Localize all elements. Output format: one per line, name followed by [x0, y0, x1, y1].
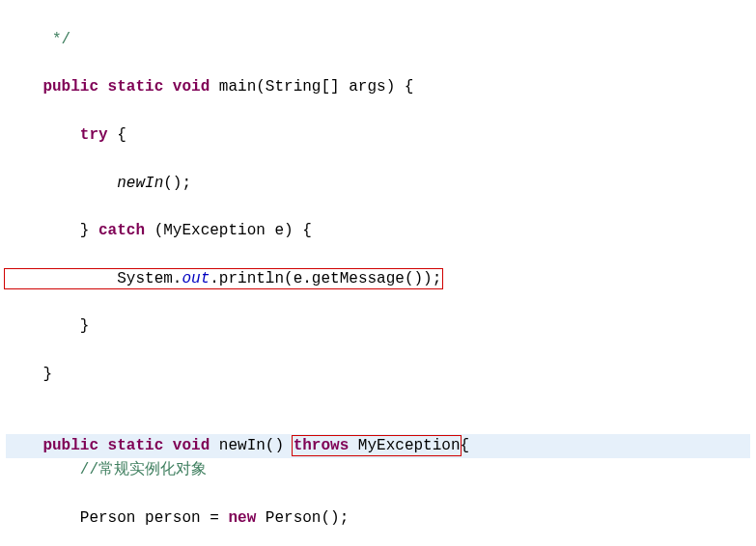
- highlighted-box-println: System.out.println(e.getMessage());: [6, 270, 441, 287]
- code-text: MyException: [349, 437, 460, 454]
- code-text: {: [460, 437, 469, 454]
- comment-text: */: [6, 31, 70, 48]
- code-text: ();: [163, 175, 191, 192]
- code-text: newIn(): [210, 437, 293, 454]
- code-text: }: [6, 222, 98, 239]
- code-text: {: [108, 126, 126, 144]
- code-text: .println(e.getMessage());: [210, 270, 441, 287]
- keyword-token: public static void: [6, 78, 210, 96]
- code-block: */ public static void main(String[] args…: [6, 4, 750, 546]
- code-text: }: [6, 317, 89, 335]
- code-text: Person();: [256, 509, 349, 527]
- code-text: Person person =: [6, 509, 228, 527]
- method-call: newIn: [117, 175, 163, 192]
- keyword-token: try: [6, 126, 108, 144]
- code-text: System.: [6, 270, 182, 287]
- highlighted-box-throws: throws MyException: [294, 437, 461, 454]
- code-text: [6, 461, 80, 478]
- keyword-token: new: [228, 509, 256, 527]
- code-text: }: [6, 366, 52, 383]
- keyword-token: throws: [294, 437, 350, 454]
- keyword-token: public static void: [6, 437, 210, 454]
- code-text: main(String[] args) {: [210, 78, 413, 96]
- code-text: (MyException e) {: [145, 222, 312, 239]
- comment-text: //常规实例化对象: [80, 461, 207, 478]
- code-text: [6, 175, 117, 192]
- static-field: out: [182, 270, 210, 287]
- keyword-token: catch: [98, 222, 145, 239]
